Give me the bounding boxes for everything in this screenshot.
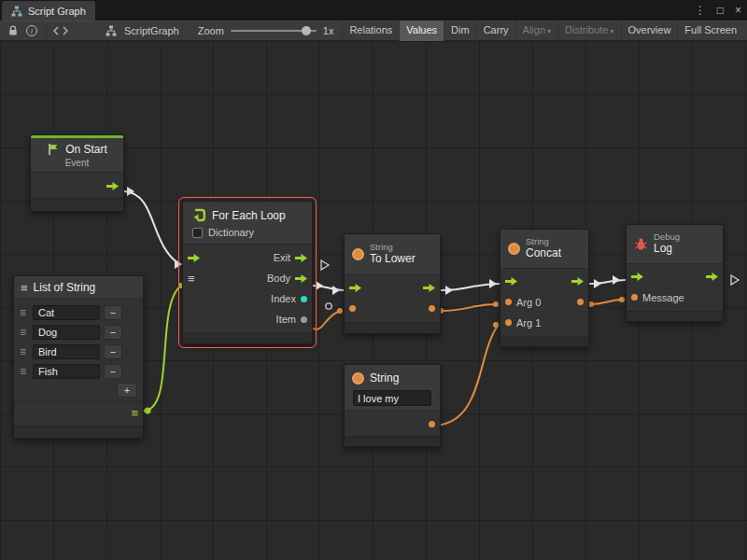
message-input-port[interactable]	[631, 294, 638, 301]
unconnected-exit-marker	[321, 260, 329, 270]
drag-handle-icon[interactable]: ≡	[20, 365, 29, 378]
list-icon: ≡	[21, 282, 28, 294]
node-list-of-string[interactable]: ≡ List of String ≡ − ≡ − ≡ − ≡ −	[13, 275, 144, 439]
carry-button[interactable]: Carry	[476, 21, 515, 41]
dim-button[interactable]: Dim	[444, 21, 476, 41]
list-output-port[interactable]: ≡	[131, 407, 138, 419]
remove-item-button[interactable]: −	[104, 344, 122, 359]
info-icon[interactable]: i	[22, 21, 41, 40]
code-brackets-icon[interactable]	[51, 21, 70, 40]
wire-endpoint	[493, 322, 499, 328]
trigger-output-port[interactable]	[423, 284, 435, 292]
graph-canvas[interactable]: On Start Event ≡ List of String ≡ − ≡	[0, 41, 747, 560]
node-footer	[345, 436, 440, 446]
trigger-input-port[interactable]	[505, 277, 517, 286]
wire-tolower-result-to-arg0	[441, 304, 497, 311]
overview-button[interactable]: Overview	[621, 21, 678, 41]
script-graph-icon	[11, 6, 22, 17]
node-footer	[31, 198, 123, 211]
trigger-output-port[interactable]	[571, 277, 584, 286]
fullscreen-button[interactable]: Full Screen	[677, 21, 743, 41]
node-string-literal[interactable]: String	[344, 364, 441, 447]
list-item-input[interactable]	[33, 344, 100, 359]
remove-item-button[interactable]: −	[104, 305, 122, 320]
list-input-port[interactable]: ≡	[188, 273, 195, 285]
list-item-input[interactable]	[33, 325, 100, 340]
node-footer	[500, 336, 588, 346]
exit-port-label: Exit	[274, 252, 290, 263]
list-row: ≡ −	[14, 342, 143, 361]
trigger-input-port[interactable]	[349, 284, 361, 292]
dictionary-label: Dictionary	[208, 227, 254, 238]
arg1-input-port[interactable]	[505, 319, 512, 326]
window-menu-icon[interactable]: ⋮	[695, 4, 706, 17]
graph-toolbar: i ScriptGraph Zoom 1x Relations Values D…	[0, 21, 747, 41]
wire-list-to-foreach	[144, 286, 181, 411]
wire-endpoint	[619, 297, 625, 302]
zoom-label: Zoom	[198, 25, 224, 36]
string-value-input[interactable]	[353, 390, 431, 406]
wire-arrowhead	[332, 286, 340, 295]
drag-handle-icon[interactable]: ≡	[20, 326, 29, 339]
lock-icon[interactable]	[4, 21, 22, 40]
wire-arrowhead	[594, 279, 601, 288]
list-item-input[interactable]	[33, 364, 100, 379]
wire-arrowhead	[445, 286, 453, 295]
trigger-output-port[interactable]	[106, 182, 119, 190]
result-output-port[interactable]	[577, 299, 584, 305]
string-input-port[interactable]	[349, 305, 356, 312]
remove-item-button[interactable]: −	[104, 364, 122, 379]
align-button[interactable]: Align▾	[515, 21, 557, 41]
zoom-slider-thumb[interactable]	[302, 26, 311, 35]
string-type-icon	[352, 248, 364, 260]
remove-item-button[interactable]: −	[104, 325, 122, 340]
zoom-value: 1x	[323, 25, 334, 36]
drag-handle-icon[interactable]: ≡	[20, 306, 29, 319]
node-title: String	[370, 371, 399, 385]
result-output-port[interactable]	[429, 305, 435, 312]
item-output-port[interactable]	[301, 316, 307, 323]
exit-output-port[interactable]	[295, 254, 307, 262]
values-button[interactable]: Values	[399, 21, 444, 41]
trigger-output-port[interactable]	[706, 273, 718, 281]
index-output-port[interactable]	[301, 296, 307, 302]
node-string-to-lower[interactable]: String To Lower	[344, 233, 441, 334]
node-string-concat[interactable]: String Concat Arg 0 Arg 1	[500, 229, 589, 347]
zoom-slider[interactable]	[231, 25, 317, 36]
node-footer	[14, 426, 143, 438]
trigger-input-port[interactable]	[188, 254, 200, 262]
arg0-input-port[interactable]	[505, 299, 512, 305]
window-maximize-icon[interactable]: □	[717, 4, 724, 17]
item-port-label: Item	[276, 314, 296, 325]
node-for-each-loop[interactable]: For Each Loop Dictionary Exit ≡ Body Ind…	[182, 201, 313, 344]
wire-concat-result-to-message	[589, 300, 624, 304]
graph-breadcrumb[interactable]: ScriptGraph	[124, 25, 179, 36]
add-item-button[interactable]: +	[117, 383, 137, 398]
tab-script-graph[interactable]: Script Graph	[2, 1, 95, 21]
wire-arrowhead	[175, 259, 182, 269]
window-close-icon[interactable]: ×	[735, 4, 741, 17]
wire-arrowhead	[316, 281, 323, 290]
node-on-start[interactable]: On Start Event	[30, 134, 124, 212]
list-item-input[interactable]	[33, 305, 100, 320]
arg1-label: Arg 1	[516, 317, 541, 329]
value-output-port[interactable]	[429, 421, 435, 427]
dictionary-checkbox[interactable]	[192, 228, 203, 238]
relations-button[interactable]: Relations	[342, 21, 399, 41]
drag-handle-icon[interactable]: ≡	[20, 345, 29, 358]
node-title: To Lower	[370, 253, 416, 266]
node-footer	[627, 311, 723, 321]
arg0-label: Arg 0	[516, 297, 541, 308]
wire-endpoint	[145, 408, 151, 414]
chevron-down-icon: ▾	[547, 27, 551, 35]
list-row: ≡ −	[14, 361, 143, 381]
toolbar-button-group: Relations Values Dim Carry Align▾ Distri…	[342, 21, 743, 41]
body-output-port[interactable]	[295, 274, 307, 283]
toolbar-separator	[46, 25, 47, 37]
distribute-button[interactable]: Distribute▾	[557, 21, 620, 41]
trigger-input-port[interactable]	[631, 273, 643, 281]
node-debug-log[interactable]: Debug Log Message	[626, 224, 724, 322]
node-title: Concat	[526, 247, 561, 260]
body-port-label: Body	[267, 273, 290, 284]
message-label: Message	[642, 292, 684, 303]
